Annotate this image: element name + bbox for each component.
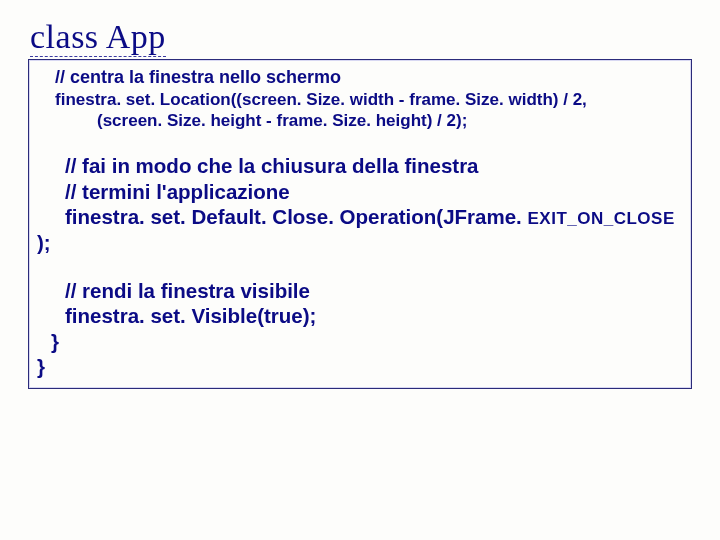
code-brace-outer: } [37,354,683,380]
comment-close-op-2: // termini l'applicazione [37,179,683,205]
code-set-location-2: (screen. Size. height - frame. Size. hei… [37,110,683,131]
code-close-paren: ); [37,230,683,256]
code-brace-inner: } [37,329,683,355]
code-exit-on-close: EXIT_ON_CLOSE [528,209,675,228]
spacer [37,131,683,153]
spacer [37,256,683,278]
code-set-default-close: finestra. set. Default. Close. Operation… [37,204,683,230]
slide: class App // centra la finestra nello sc… [0,0,720,540]
comment-make-visible: // rendi la finestra visibile [37,278,683,304]
slide-title: class App [30,18,166,57]
comment-close-op-1: // fai in modo che la chiusura della fin… [37,153,683,179]
code-close-op-call: finestra. set. Default. Close. Operation… [65,205,528,228]
comment-center-window: // centra la finestra nello schermo [37,66,683,89]
code-box: // centra la finestra nello schermo fine… [28,59,692,389]
code-set-visible: finestra. set. Visible(true); [37,303,683,329]
code-set-location-1: finestra. set. Location((screen. Size. w… [37,89,683,110]
